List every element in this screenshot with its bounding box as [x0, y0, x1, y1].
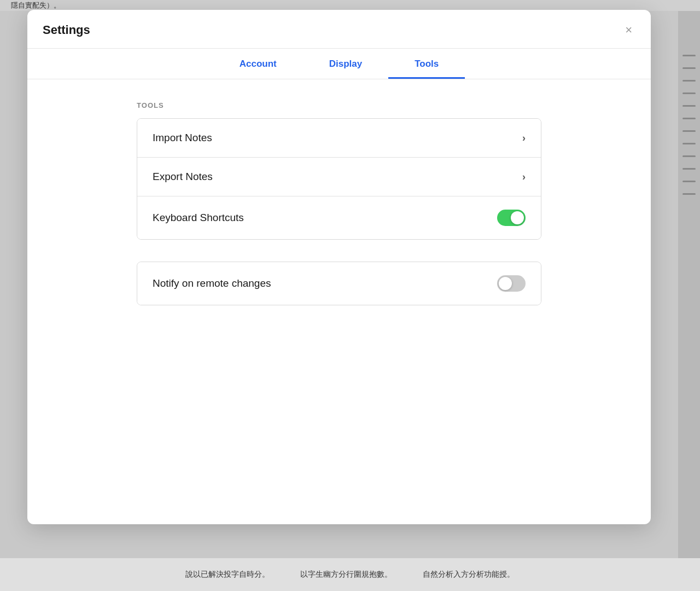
tools-section-label: TOOLS [137, 101, 541, 109]
modal-header: Settings × [27, 10, 651, 49]
sidebar-decoration [682, 193, 696, 195]
sidebar-decoration [682, 143, 696, 144]
tab-account[interactable]: Account [213, 49, 303, 79]
sidebar-decoration [682, 181, 696, 182]
extra-settings-section: Notify on remote changes [137, 262, 541, 305]
settings-modal: Settings × Account Display Tools TOOLS I… [27, 10, 651, 524]
sidebar-decoration [682, 92, 696, 94]
sidebar-decoration [682, 67, 696, 69]
sidebar-decoration [682, 130, 696, 132]
sidebar-decoration [682, 55, 696, 56]
keyboard-shortcuts-toggle[interactable] [497, 210, 526, 226]
modal-title: Settings [43, 23, 90, 37]
background-top-text: 隱自實配失）。 [0, 0, 700, 11]
toggle-thumb [499, 277, 512, 290]
close-button[interactable]: × [622, 22, 635, 38]
sidebar-decoration [682, 168, 696, 170]
export-notes-label: Export Notes [153, 171, 213, 183]
right-sidebar [678, 0, 700, 591]
sidebar-decoration [682, 155, 696, 157]
tab-display[interactable]: Display [303, 49, 388, 79]
keyboard-shortcuts-row[interactable]: Keyboard Shortcuts [137, 196, 541, 239]
tools-settings-group: Import Notes › Export Notes › Keyboard S… [137, 118, 541, 240]
import-notes-label: Import Notes [153, 132, 212, 144]
tab-tools[interactable]: Tools [388, 49, 465, 79]
sidebar-decoration [682, 105, 696, 107]
sidebar-decoration [682, 80, 696, 82]
notify-remote-row[interactable]: Notify on remote changes [137, 262, 541, 305]
toggle-thumb [511, 211, 524, 224]
import-notes-chevron-icon: › [522, 132, 526, 144]
toggle-track-off [497, 275, 526, 292]
sidebar-decoration [682, 118, 696, 119]
export-notes-chevron-icon: › [522, 171, 526, 183]
toggle-track-on [497, 210, 526, 226]
modal-overlay: Settings × Account Display Tools TOOLS I… [0, 10, 678, 560]
modal-body: TOOLS Import Notes › Export Notes › Keyb… [27, 79, 651, 524]
notify-settings-group: Notify on remote changes [137, 262, 541, 305]
keyboard-shortcuts-label: Keyboard Shortcuts [153, 212, 244, 224]
background-bottom-text: 說以已解決投字自時分。 以字生幽方分行圍規抱數。 自然分析入方分析功能授。 [0, 558, 700, 591]
export-notes-row[interactable]: Export Notes › [137, 158, 541, 196]
notify-remote-label: Notify on remote changes [153, 277, 271, 289]
import-notes-row[interactable]: Import Notes › [137, 119, 541, 158]
tabs-bar: Account Display Tools [27, 49, 651, 79]
notify-remote-toggle[interactable] [497, 275, 526, 292]
